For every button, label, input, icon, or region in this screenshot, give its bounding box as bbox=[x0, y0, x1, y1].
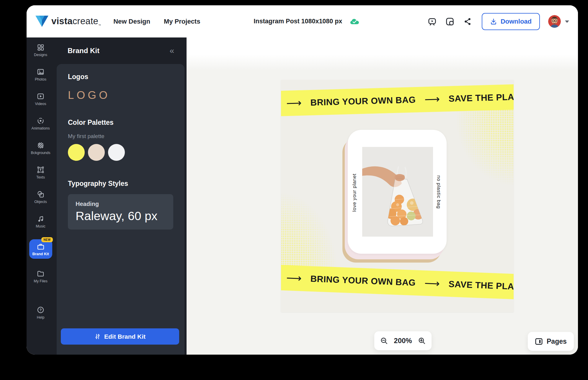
typography-style-card[interactable]: Heading Raleway, 60 px bbox=[68, 194, 173, 230]
vistacreate-logo[interactable]: vistacreate™ bbox=[35, 16, 101, 27]
download-icon bbox=[490, 18, 497, 25]
download-label: Download bbox=[501, 18, 532, 25]
app-window: vistacreate™ New Design My Projects Inst… bbox=[27, 5, 578, 355]
brand-logo-sample[interactable]: LOGO bbox=[68, 89, 173, 101]
brand-kit-panel-body: Logos LOGO Color Palettes My first palet… bbox=[57, 64, 184, 355]
music-icon bbox=[37, 215, 45, 223]
bottom-banner[interactable]: ⟶ BRING YOUR OWN BAG ⟶ SAVE THE PLANET ⟶ bbox=[281, 265, 514, 299]
designs-grid-icon bbox=[37, 43, 45, 51]
photos-icon bbox=[37, 68, 45, 76]
palette-name: My first palette bbox=[68, 133, 173, 140]
avatar[interactable] bbox=[548, 15, 561, 28]
zoom-control: 200% bbox=[374, 331, 432, 350]
arrow-icon: ⟶ bbox=[286, 278, 302, 279]
yellow-spray-right bbox=[452, 106, 514, 208]
banner-phrase: SAVE THE PLANET bbox=[448, 91, 514, 104]
photo-card[interactable]: love your planet bbox=[348, 130, 447, 254]
nav-new-design[interactable]: New Design bbox=[113, 18, 150, 25]
account-menu-chevron-icon[interactable] bbox=[564, 20, 570, 23]
banner-phrase: BRING YOUR OWN BAG bbox=[310, 274, 416, 288]
new-badge: NEW bbox=[41, 237, 53, 242]
sidebar-item-brand-kit[interactable]: NEW Brand Kit bbox=[29, 239, 52, 259]
sidebar-item-videos[interactable]: Videos bbox=[28, 92, 53, 106]
banner-phrase: BRING YOUR OWN BAG bbox=[310, 95, 416, 108]
brand-kit-panel: Brand Kit « Logos LOGO Color Palettes My… bbox=[55, 37, 187, 355]
zoom-in-button[interactable] bbox=[418, 337, 426, 345]
backgrounds-icon bbox=[37, 141, 45, 149]
swatch-white[interactable] bbox=[108, 144, 125, 161]
videos-icon bbox=[37, 92, 45, 100]
swatch-yellow[interactable] bbox=[68, 144, 85, 161]
download-button[interactable]: Download bbox=[482, 13, 540, 30]
pages-button[interactable]: Pages bbox=[528, 332, 574, 351]
palette-swatches bbox=[68, 144, 173, 161]
banner-phrase: SAVE THE PLANET bbox=[448, 279, 514, 292]
arrow-icon: ⟶ bbox=[424, 99, 440, 99]
panel-title: Brand Kit bbox=[68, 47, 99, 55]
desktop-background: vistacreate™ New Design My Projects Inst… bbox=[0, 0, 588, 380]
resize-icon bbox=[445, 17, 454, 26]
sliders-icon bbox=[94, 333, 101, 340]
saved-cloud-check-icon bbox=[350, 18, 359, 25]
sidebar-item-animations[interactable]: Animations bbox=[28, 117, 53, 130]
sidebar-item-texts[interactable]: Texts bbox=[28, 166, 53, 179]
document-title[interactable]: Instagram Post 1080x1080 px bbox=[254, 18, 342, 25]
document-title-group: Instagram Post 1080x1080 px bbox=[254, 5, 359, 37]
folder-icon bbox=[37, 270, 45, 278]
zoom-level[interactable]: 200% bbox=[394, 337, 412, 345]
sidebar-item-my-files[interactable]: My Files bbox=[28, 270, 53, 283]
sidebar-item-designs[interactable]: Designs bbox=[28, 43, 53, 57]
tools-rail: Designs Photos Videos bbox=[27, 37, 55, 355]
vistacreate-logo-icon bbox=[35, 16, 48, 27]
share-button[interactable] bbox=[461, 15, 474, 28]
help-icon: ? bbox=[37, 306, 45, 314]
arrow-icon: ⟶ bbox=[286, 103, 302, 103]
design-artboard[interactable]: ⟶ BRING YOUR OWN BAG ⟶ SAVE THE PLANET ⟶… bbox=[281, 80, 514, 312]
main-nav: New Design My Projects bbox=[113, 18, 200, 25]
content-row: Designs Photos Videos bbox=[27, 37, 578, 355]
typography-heading: Typography Styles bbox=[68, 180, 173, 188]
color-palettes-heading: Color Palettes bbox=[68, 119, 173, 127]
objects-icon bbox=[37, 190, 45, 198]
brand-kit-briefcase-icon bbox=[37, 243, 45, 251]
top-banner[interactable]: ⟶ BRING YOUR OWN BAG ⟶ SAVE THE PLANET ⟶ bbox=[281, 84, 514, 116]
vertical-text-right[interactable]: no plastic bag bbox=[436, 176, 442, 208]
sidebar-item-objects[interactable]: Objects bbox=[28, 190, 53, 204]
vertical-text-left[interactable]: love your planet bbox=[352, 176, 357, 212]
svg-text:?: ? bbox=[40, 308, 42, 312]
sidebar-item-help[interactable]: ? Help bbox=[28, 306, 53, 320]
toolbar-actions: Download bbox=[421, 5, 570, 37]
present-icon bbox=[428, 17, 437, 26]
type-style-name: Heading bbox=[76, 201, 166, 207]
pages-icon bbox=[535, 338, 543, 345]
texts-icon bbox=[37, 166, 45, 174]
share-icon bbox=[463, 17, 472, 26]
logos-heading: Logos bbox=[68, 73, 173, 81]
brand-kit-panel-header: Brand Kit « bbox=[55, 37, 187, 64]
sidebar-item-photos[interactable]: Photos bbox=[28, 68, 53, 81]
swatch-beige[interactable] bbox=[88, 144, 105, 161]
top-toolbar: vistacreate™ New Design My Projects Inst… bbox=[27, 5, 578, 37]
canvas-workspace[interactable]: ⟶ BRING YOUR OWN BAG ⟶ SAVE THE PLANET ⟶… bbox=[187, 37, 578, 355]
resize-button[interactable] bbox=[443, 15, 456, 28]
animations-icon bbox=[37, 117, 45, 125]
produce-bag-photo[interactable] bbox=[362, 147, 433, 237]
arrow-icon: ⟶ bbox=[424, 283, 440, 284]
edit-brand-kit-button[interactable]: Edit Brand Kit bbox=[61, 328, 179, 345]
present-button[interactable] bbox=[426, 15, 439, 28]
sidebar-item-music[interactable]: Music bbox=[28, 215, 53, 228]
zoom-out-button[interactable] bbox=[380, 337, 388, 345]
nav-my-projects[interactable]: My Projects bbox=[164, 18, 200, 25]
collapse-panel-icon[interactable]: « bbox=[169, 47, 174, 55]
sidebar-item-backgrounds[interactable]: Bckgrounds bbox=[28, 141, 53, 155]
vistacreate-wordmark: vistacreate™ bbox=[51, 16, 101, 27]
type-style-value: Raleway, 60 px bbox=[76, 209, 166, 223]
